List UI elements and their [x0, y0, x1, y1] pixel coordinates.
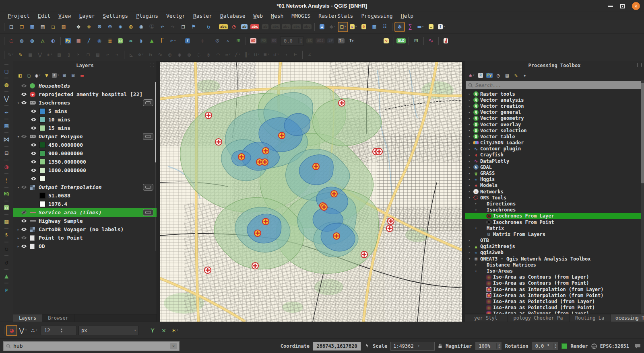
menu-edit[interactable]: Edit	[34, 13, 54, 19]
layer-item-900-0000000[interactable]: 900.0000000	[13, 149, 157, 158]
new-map-view-icon[interactable]: ❐	[178, 22, 188, 32]
manage-map-themes-icon[interactable]: ◉▾	[34, 71, 42, 79]
expander-icon[interactable]: ▸	[469, 153, 473, 157]
delete-selected-icon[interactable]: ▯	[64, 50, 73, 59]
refresh-map-icon[interactable]: ↻	[204, 22, 213, 32]
edit-features-in-place-icon[interactable]: ✎	[512, 71, 520, 79]
algorithm-item-matrix[interactable]: ▾Matrix	[465, 225, 644, 231]
open-layer-styling-icon[interactable]: ◧	[16, 71, 24, 79]
menu-settings[interactable]: Settings	[99, 13, 132, 19]
search-plugin-icon[interactable]: ○	[1, 202, 12, 213]
coordinate-input[interactable]: 288743,1617820	[313, 342, 361, 351]
minimize-button[interactable]	[608, 6, 613, 7]
lock-scale-icon[interactable]	[438, 343, 442, 349]
db-manager-icon[interactable]: ⊟	[1, 148, 12, 158]
street-view-tool-icon[interactable]: ✇	[213, 36, 222, 46]
snapping-mode-icon[interactable]: ⋁▾	[18, 325, 28, 336]
filter-by-expression-icon[interactable]: ε▾	[52, 71, 60, 79]
add-wfs-layer-icon[interactable]: ◍	[1, 79, 12, 90]
search-layers-icon[interactable]: ○	[116, 36, 125, 46]
expander-icon[interactable]: ▸	[469, 129, 473, 132]
algorithm-item-iso-area-as-interpolation-from-point-[interactable]: Iso-Area as Interpolation (from Point)	[465, 292, 644, 298]
scale-combo[interactable]: 1:49362▾	[390, 342, 435, 351]
zoom-to-selection-icon[interactable]: ◉	[136, 22, 146, 32]
expander-icon[interactable]: ▸	[16, 236, 21, 240]
layer-item-1800-0000000[interactable]: 1800.0000000	[13, 166, 157, 174]
split-parts-icon[interactable]: ∥▾	[243, 50, 252, 59]
visibility-eye-icon[interactable]	[21, 100, 30, 105]
layer-item-point-to-point[interactable]: ▸Point to Point	[13, 234, 157, 242]
menu-view[interactable]: View	[55, 13, 74, 19]
layer-item-cartodb-voyager-no-labels-[interactable]: ▸CartoDB Voyager (no labels)	[13, 225, 157, 234]
visibility-eye-icon[interactable]	[21, 185, 30, 190]
p-plugin-icon[interactable]: p	[1, 284, 12, 295]
refresh-table-tool-icon[interactable]: ⊞	[233, 36, 243, 46]
osm-edit-plugin-icon[interactable]: ▨	[1, 216, 12, 226]
crosshair-tool-icon[interactable]: ✛	[198, 36, 207, 46]
layer-item-service-area-lines-[interactable]: Service area (lines)	[13, 208, 157, 217]
mmqgis-grid-icon[interactable]: ▦	[74, 36, 83, 46]
deselect-features-icon[interactable]: ⊘	[359, 22, 369, 32]
algorithm-item-isochrones-from-layer[interactable]: Isochrones From Layer	[465, 213, 644, 219]
collapse-all-icon[interactable]: ⊟	[69, 71, 77, 79]
hammer-tool-icon[interactable]: Γ	[157, 36, 167, 46]
extent-toggle-icon[interactable]	[364, 343, 369, 349]
merge-features-icon[interactable]: ∪▾	[252, 50, 261, 59]
current-edits-icon[interactable]: ✎▾	[6, 50, 15, 59]
python-scripts-icon[interactable]: Py	[485, 71, 493, 79]
style-manager-icon[interactable]: ▧	[59, 22, 68, 32]
algorithm-item-contour-plugin[interactable]: ▸∿Contour plugin	[465, 146, 644, 152]
layout-manager-icon[interactable]: ❏	[48, 22, 58, 32]
layer-item-5-mins[interactable]: 5 mins	[13, 107, 157, 115]
add-feather-layer-icon[interactable]: ✒	[1, 107, 12, 117]
snapping-plugin-button-icon[interactable]: ◕	[6, 325, 17, 336]
contour-plugin-button-icon[interactable]: ∿	[382, 36, 391, 46]
locator-clear-button[interactable]: ✕	[170, 343, 177, 349]
algorithm-item-grass[interactable]: ▸ψGRASS	[465, 170, 644, 176]
splitter-right[interactable]	[462, 61, 465, 322]
processing-search-input[interactable]: Search...	[466, 81, 643, 89]
layer-item-10-mins[interactable]: 10 mins	[13, 115, 157, 124]
algorithm-item-qgis2web[interactable]: ▸✳qgis2web	[465, 250, 644, 256]
menu-rasterstats[interactable]: RasterStats	[315, 13, 357, 19]
expander-icon[interactable]: ▸	[469, 117, 473, 120]
algorithm-item-vector-geometry[interactable]: ▸QVector geometry	[465, 115, 644, 121]
offset-curve-icon[interactable]: ≈▾	[223, 50, 232, 59]
advanced-digitizing-AD-icon[interactable]: AD	[248, 36, 258, 46]
visibility-eye-icon[interactable]	[31, 151, 39, 156]
save-edits-icon[interactable]: ▦	[26, 50, 35, 59]
algorithm-item-raster-tools[interactable]: ▸QRaster tools	[465, 91, 644, 97]
statistics-summary-icon[interactable]: ∑	[405, 22, 415, 32]
add-wms-layer-icon[interactable]: ◍	[17, 36, 27, 46]
chart-plugin-icon[interactable]: ⁞	[1, 175, 12, 185]
zoom-to-layer-icon[interactable]: ◎	[126, 22, 136, 32]
sld4raster-icon[interactable]: SLD	[396, 36, 406, 46]
layer-indicator-badge[interactable]	[143, 133, 153, 140]
magnifier-spin[interactable]: 100%▲▼	[475, 342, 502, 351]
algorithm-item-iso-area-as-contours-from-point-[interactable]: Iso-Area as Contours (from Point)	[465, 280, 644, 286]
algorithm-item-directions[interactable]: ▸Directions	[465, 201, 644, 207]
dock-tab-ocessing-tool[interactable]: ocessing Tool	[611, 314, 644, 322]
toolbar-handle[interactable]	[3, 37, 5, 45]
r-scripts-icon[interactable]: R	[477, 71, 485, 79]
refresh-plugin-icon[interactable]: ↻	[1, 243, 12, 254]
topological-editing-icon[interactable]: ⋎	[147, 325, 158, 336]
select-features-icon[interactable]: ◻▾	[338, 22, 348, 32]
copy-features-icon[interactable]: ❐	[84, 50, 93, 59]
add-mesh-layer-icon[interactable]: ▤	[1, 120, 12, 131]
algorithm-item-hqgis[interactable]: ▸✳Hqgis	[465, 176, 644, 183]
expander-icon[interactable]: ▸	[475, 202, 480, 205]
locator-search-input[interactable]: hub ✕	[3, 341, 180, 351]
undo-icon[interactable]: ↶	[103, 50, 112, 59]
menu-mesh[interactable]: Mesh	[267, 13, 287, 19]
crayfish-layers-icon[interactable]: ≣	[105, 36, 115, 46]
highlight-pinned-labels-icon[interactable]: ab	[260, 22, 270, 32]
delete-ring-icon[interactable]: ◌	[194, 50, 203, 59]
algorithm-item-ors-tools[interactable]: ▾ORS Tools	[465, 195, 644, 201]
hqgis-plugin-icon[interactable]: HQ	[1, 189, 12, 199]
pan-map-icon[interactable]: ✥	[74, 22, 83, 32]
panel-float-icon[interactable]	[150, 63, 154, 67]
raster-histogram-icon[interactable]: ▟	[441, 36, 451, 46]
construction-T-minus-icon[interactable]: T-	[336, 36, 346, 46]
digitizing-SC-icon[interactable]: SC	[305, 36, 315, 46]
